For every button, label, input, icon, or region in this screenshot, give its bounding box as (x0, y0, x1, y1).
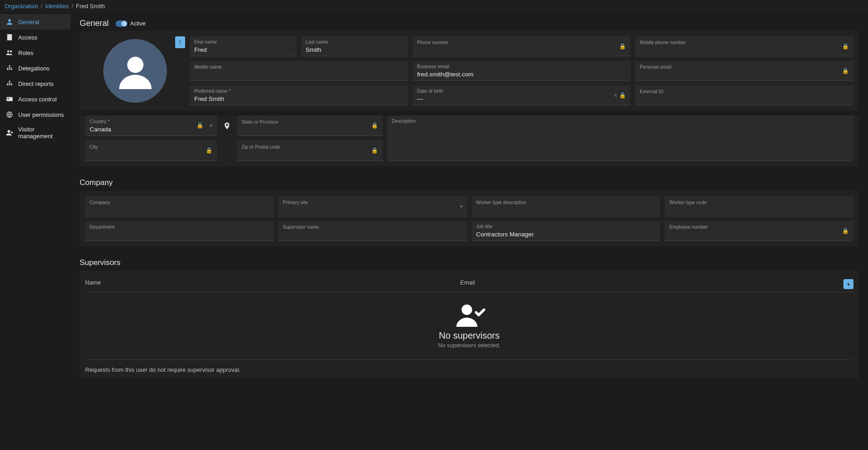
first-name-field[interactable]: First name Fred (190, 36, 297, 56)
building-icon (5, 33, 14, 41)
field-label: Middle name (194, 64, 404, 70)
business-email-field[interactable]: Business email fred.smith@test.com (413, 61, 631, 81)
main-content: General Active First name Fred (71, 12, 868, 449)
field-label: Personal email (640, 64, 849, 70)
field-value (283, 206, 463, 214)
country-field[interactable]: Country * Canada 🔒 ▾ (85, 115, 217, 136)
svg-point-4 (7, 69, 8, 70)
user-check-icon (454, 303, 485, 327)
svg-point-3 (9, 65, 10, 66)
chevron-down-icon: ▾ (210, 122, 212, 129)
general-panel: First name Fred Last name Smith Phone nu… (80, 31, 859, 111)
sidebar-item-access[interactable]: Access (0, 30, 71, 45)
field-label: Last name (306, 39, 404, 45)
mobile-phone-field[interactable]: Mobile phone number 🔒 (635, 36, 853, 56)
column-name: Name (85, 279, 460, 289)
breadcrumb-separator: / (71, 3, 73, 10)
svg-point-10 (11, 84, 12, 85)
job-title-field[interactable]: Job title Contractors Manager (472, 221, 661, 241)
supervisor-name-field[interactable]: Supervisor name (278, 221, 467, 241)
last-name-field[interactable]: Last name Smith (301, 36, 408, 56)
sidebar-item-direct-reports[interactable]: Direct reports (0, 76, 71, 91)
state-province-field[interactable]: State or Province 🔒 (237, 115, 383, 136)
field-value: fred.smith@test.com (417, 70, 626, 79)
active-toggle[interactable]: Active (116, 20, 146, 27)
svg-point-1 (7, 50, 10, 53)
sidebar-item-label: Roles (18, 50, 33, 56)
section-title-company: Company (80, 178, 859, 187)
field-label: City (90, 144, 212, 150)
field-value (640, 71, 849, 78)
page-title: General (80, 19, 109, 28)
field-value: Contractors Manager (476, 230, 656, 239)
field-label: Phone number (417, 40, 626, 45)
sidebar-item-general[interactable]: General (0, 14, 71, 30)
sidebar-item-label: User permissions (18, 111, 64, 118)
description-field[interactable]: Description (387, 115, 853, 161)
avatar-menu-button[interactable] (175, 36, 185, 48)
avatar-cell (85, 36, 185, 105)
location-panel: Country * Canada 🔒 ▾ State or Province 🔒… (80, 115, 859, 166)
lock-icon: 🔒 (197, 122, 203, 129)
section-header-general: General Active (80, 19, 859, 28)
employee-number-field[interactable]: Employee number 🔒 (665, 221, 853, 241)
external-id-field[interactable]: External ID (635, 85, 853, 105)
department-field[interactable]: Department (85, 221, 274, 241)
personal-email-field[interactable]: Personal email 🔒 (635, 61, 853, 81)
users-icon (5, 49, 14, 57)
preferred-name-field[interactable]: Preferred name * Fred Smith (190, 85, 408, 105)
breadcrumb: Organization / Identities / Fred Smith (0, 0, 868, 12)
company-field[interactable]: Company (85, 196, 274, 216)
field-label: Business email (417, 64, 626, 70)
field-label: Mobile phone number (640, 40, 849, 45)
phone-field[interactable]: Phone number 🔒 (413, 36, 631, 56)
field-label: Zip or Postal code (242, 144, 378, 150)
dob-field[interactable]: Date of birth — ✕ 🔒 (413, 85, 631, 105)
field-value: Fred Smith (194, 95, 404, 103)
field-value (90, 206, 269, 214)
field-label: Primary site (283, 200, 463, 205)
field-value: Canada (90, 125, 212, 134)
field-value (640, 95, 849, 103)
svg-rect-11 (6, 97, 13, 101)
zip-field[interactable]: Zip or Postal code 🔒 (237, 140, 383, 161)
clear-icon[interactable]: ✕ (613, 92, 618, 99)
svg-point-14 (8, 130, 10, 133)
worker-type-code-field[interactable]: Worker type code (665, 196, 853, 216)
card-icon (5, 95, 14, 103)
field-value (669, 206, 849, 214)
field-label: Preferred name * (194, 88, 404, 94)
sidebar-item-delegations[interactable]: Delegations (0, 60, 71, 76)
sidebar: General Access Roles Delegations Direct … (0, 12, 71, 449)
tree-icon (5, 64, 14, 72)
svg-point-0 (8, 19, 11, 22)
primary-site-field[interactable]: Primary site ▾ (278, 196, 467, 216)
svg-point-16 (180, 40, 181, 41)
worker-type-description-field[interactable]: Worker type description (472, 196, 661, 216)
field-label: External ID (640, 89, 849, 95)
field-label: First name (194, 39, 292, 45)
location-pin-button[interactable] (222, 115, 232, 136)
middle-name-field[interactable]: Middle name (190, 61, 408, 81)
field-label: Job title (476, 224, 656, 230)
svg-point-19 (461, 305, 472, 315)
lock-icon: 🔒 (842, 43, 849, 50)
svg-point-15 (127, 56, 143, 73)
sidebar-item-visitor-management[interactable]: Visitor management (0, 122, 71, 143)
sidebar-item-access-control[interactable]: Access control (0, 91, 71, 107)
lock-icon: 🔒 (619, 92, 626, 99)
breadcrumb-identities[interactable]: Identities (45, 3, 69, 10)
sidebar-item-user-permissions[interactable]: User permissions (0, 107, 71, 122)
add-supervisor-button[interactable]: + (843, 279, 853, 289)
field-label: Date of birth (417, 88, 626, 94)
field-value (640, 46, 849, 54)
sidebar-item-label: Direct reports (18, 80, 54, 87)
field-value (283, 231, 463, 238)
city-field[interactable]: City 🔒 (85, 140, 217, 161)
lock-icon: 🔒 (371, 122, 378, 129)
field-label: Employee number (669, 224, 849, 230)
field-label: Worker type description (476, 200, 656, 205)
sidebar-item-roles[interactable]: Roles (0, 45, 71, 60)
supervisor-note: Requests from this user do not require s… (85, 360, 853, 373)
breadcrumb-organization[interactable]: Organization (5, 3, 38, 10)
